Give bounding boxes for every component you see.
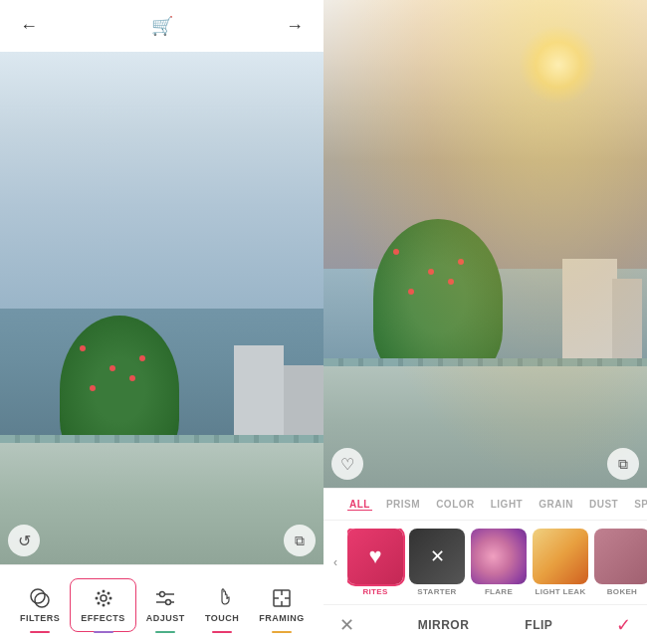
- svg-point-2: [101, 595, 107, 601]
- touch-underline: [212, 631, 232, 633]
- touch-label: TOUCH: [205, 613, 239, 623]
- adjust-underline: [155, 631, 175, 633]
- effects-icon: [93, 587, 114, 609]
- flower: [393, 249, 399, 255]
- tab-sparkle[interactable]: SPARKLE: [632, 499, 647, 510]
- svg-point-10: [107, 601, 109, 604]
- adjust-label: ADJUST: [146, 613, 185, 623]
- effect-lightleak[interactable]: LIGHT LEAK: [533, 529, 588, 596]
- right-action-bar: ✕ MIRROR FLIP ✓: [324, 604, 647, 644]
- effects-filter-tabs: ALL PRISM COLOR LIGHT GRAIN DUST SPARKLE: [324, 489, 647, 521]
- copy-style-button-left[interactable]: ⧉: [284, 525, 316, 556]
- svg-point-0: [31, 589, 45, 603]
- flower: [139, 355, 145, 361]
- building-right: [562, 259, 617, 368]
- confirm-button[interactable]: ✓: [616, 614, 631, 636]
- effect-label-rites: RITES: [362, 587, 387, 596]
- left-panel: ← 🛒 → ↺ ⧉ FILTERS: [0, 0, 324, 644]
- effect-thumb-starter: [409, 529, 465, 584]
- svg-point-8: [107, 591, 109, 594]
- flower: [408, 289, 414, 295]
- effect-thumb-rites: ♥: [347, 529, 403, 584]
- heart-button[interactable]: ♡: [331, 448, 363, 480]
- flower: [90, 385, 96, 391]
- effect-label-flare: FLARE: [485, 587, 513, 596]
- copy-style-button-right[interactable]: ⧉: [607, 448, 639, 480]
- building: [234, 345, 284, 445]
- flower: [428, 269, 434, 275]
- tool-touch[interactable]: TOUCH: [195, 579, 249, 631]
- flower: [80, 345, 86, 351]
- svg-point-14: [166, 599, 171, 604]
- effect-flare[interactable]: FLARE: [471, 529, 527, 596]
- left-toolbar: FILTERS EFFECTS: [0, 564, 324, 644]
- undo-button[interactable]: ↺: [8, 525, 40, 556]
- flower: [129, 375, 135, 381]
- flip-button[interactable]: FLIP: [525, 618, 552, 632]
- effect-thumb-lightleak: [533, 529, 588, 584]
- framing-underline: [272, 631, 292, 633]
- building-right-2: [612, 279, 642, 368]
- framing-label: FRAMING: [259, 613, 305, 623]
- scroll-left-arrow[interactable]: ‹: [324, 533, 347, 592]
- tab-light[interactable]: LIGHT: [489, 499, 526, 510]
- tool-adjust[interactable]: ADJUST: [136, 579, 195, 631]
- effects-panel: ALL PRISM COLOR LIGHT GRAIN DUST SPARKLE…: [324, 488, 647, 644]
- left-header: ← 🛒 →: [0, 0, 324, 52]
- building: [284, 365, 324, 445]
- effects-items: ♥ RITES STARTER FLARE LIGHT LEAK: [347, 529, 647, 596]
- tab-dust[interactable]: DUST: [587, 499, 620, 510]
- tool-framing[interactable]: FRAMING: [249, 579, 315, 631]
- cancel-button[interactable]: ✕: [339, 614, 354, 636]
- effect-label-starter: STARTER: [417, 587, 456, 596]
- effects-scroll-area: ‹ ♥ RITES STARTER FLARE: [324, 521, 647, 604]
- effect-rites[interactable]: ♥ RITES: [347, 529, 403, 596]
- effect-label-bokeh: BOKEH: [607, 587, 637, 596]
- tab-all[interactable]: ALL: [347, 499, 372, 511]
- back-button[interactable]: ←: [20, 16, 38, 37]
- right-image: ♡ ⧉: [324, 0, 647, 488]
- effect-starter[interactable]: STARTER: [409, 529, 465, 596]
- filters-label: FILTERS: [20, 613, 60, 623]
- roof: [0, 435, 324, 564]
- svg-point-4: [102, 603, 105, 606]
- framing-icon: [271, 587, 293, 609]
- adjust-icon: [154, 587, 176, 609]
- cart-icon[interactable]: 🛒: [151, 15, 173, 37]
- effect-label-lightleak: LIGHT LEAK: [536, 587, 586, 596]
- tree-decoration-right: [373, 219, 503, 378]
- sky: [324, 0, 647, 269]
- effects-label: EFFECTS: [81, 613, 125, 623]
- flower: [458, 259, 464, 265]
- touch-icon: [211, 587, 233, 609]
- filters-underline: [30, 631, 50, 633]
- svg-point-7: [97, 591, 100, 594]
- tab-prism[interactable]: PRISM: [384, 499, 422, 510]
- effects-underline: [94, 631, 113, 633]
- mirror-button[interactable]: MIRROR: [418, 618, 470, 632]
- roof-right: [324, 358, 647, 488]
- svg-point-9: [97, 601, 100, 604]
- effect-thumb-bokeh: [594, 529, 647, 584]
- effect-bokeh[interactable]: BOKEH: [594, 529, 647, 596]
- tool-filters[interactable]: FILTERS: [10, 579, 70, 631]
- svg-point-6: [108, 596, 111, 599]
- effect-thumb-flare: [471, 529, 527, 584]
- svg-point-5: [95, 596, 98, 599]
- flower: [109, 365, 115, 371]
- svg-point-3: [102, 589, 105, 592]
- filters-icon: [29, 587, 51, 609]
- forward-button[interactable]: →: [286, 16, 304, 37]
- right-panel: ♡ ⧉ ALL PRISM COLOR LIGHT GRAIN DUST SPA…: [324, 0, 647, 644]
- svg-point-1: [35, 593, 49, 607]
- tool-effects[interactable]: EFFECTS: [70, 578, 136, 632]
- left-image: ↺ ⧉: [0, 52, 324, 564]
- tab-grain[interactable]: GRAIN: [537, 499, 575, 510]
- light-flare: [519, 25, 598, 105]
- svg-point-13: [160, 591, 165, 596]
- action-center-buttons: MIRROR FLIP: [418, 618, 553, 632]
- tab-color[interactable]: COLOR: [434, 499, 477, 510]
- flower: [448, 279, 454, 285]
